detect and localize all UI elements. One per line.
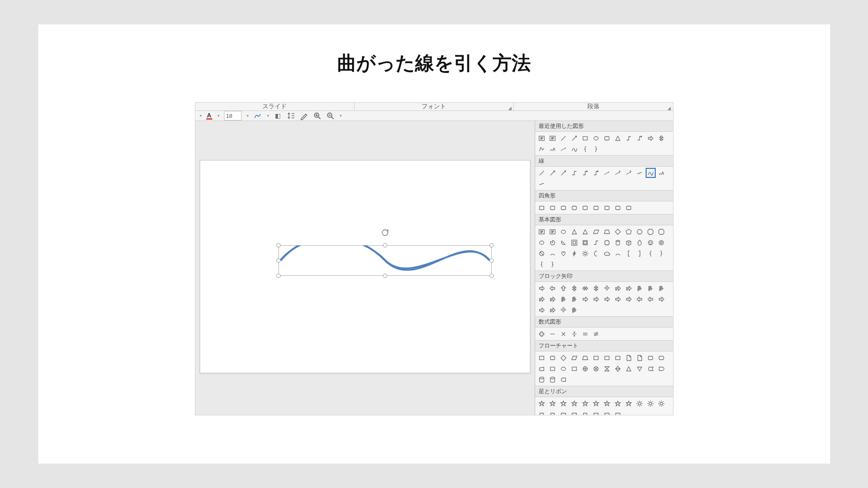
shape-extract-icon[interactable] <box>624 364 634 374</box>
shape-rbracket-icon[interactable] <box>635 248 645 258</box>
shape-rarrow-icon[interactable] <box>646 133 656 143</box>
shape-ribbon-icon[interactable] <box>548 409 558 415</box>
shape-rarrow-icon[interactable] <box>657 294 667 304</box>
resize-handle-nw[interactable] <box>276 243 281 247</box>
shape-bentarrow-icon[interactable] <box>537 294 547 304</box>
resize-handle-e[interactable] <box>489 258 494 263</box>
shape-delay-icon[interactable] <box>657 364 667 374</box>
shape-scribble-icon[interactable] <box>537 179 547 189</box>
shape-rarrow-icon[interactable] <box>624 294 634 304</box>
shape-larrow-icon[interactable] <box>646 294 656 304</box>
shape-line-icon[interactable] <box>537 168 547 178</box>
shape-elbow-icon[interactable] <box>570 168 580 178</box>
shape-connector-icon[interactable] <box>559 144 569 154</box>
arrange-icon[interactable]: ◧ <box>274 111 282 120</box>
shape-elbow-icon[interactable] <box>624 133 634 143</box>
shape-star-icon[interactable] <box>570 398 580 408</box>
shape-arrow-icon[interactable] <box>570 133 580 143</box>
shape-uturn-icon[interactable] <box>646 283 656 293</box>
shape-elbow-icon[interactable] <box>591 237 601 247</box>
shape-donut-icon[interactable] <box>657 237 667 247</box>
shape-elbowarr-icon[interactable] <box>580 168 590 178</box>
shape-bentarrow-icon[interactable] <box>548 294 558 304</box>
shape-rect-icon[interactable] <box>548 364 558 374</box>
dialog-launcher-icon[interactable]: ◢ <box>667 106 671 110</box>
shape-heart-icon[interactable] <box>559 248 569 258</box>
shape-equals-icon[interactable] <box>580 329 590 339</box>
shape-lbrace-icon[interactable] <box>580 144 590 154</box>
shape-oval-icon[interactable] <box>537 237 547 247</box>
shape-connector-icon[interactable] <box>602 168 612 178</box>
shape-triangle-icon[interactable] <box>570 227 580 237</box>
shape-roundrect-icon[interactable] <box>559 203 569 213</box>
shape-merge-icon[interactable] <box>635 364 645 374</box>
shape-or-icon[interactable] <box>580 364 590 374</box>
shape-star-icon[interactable] <box>559 398 569 408</box>
shape-banner-icon[interactable] <box>591 409 601 415</box>
shape-db-icon[interactable] <box>537 374 547 384</box>
shape-moon-icon[interactable] <box>591 248 601 258</box>
shape-noteq-icon[interactable] <box>591 329 601 339</box>
resize-handle-s[interactable] <box>383 274 387 278</box>
shape-roundrect-icon[interactable] <box>548 353 558 363</box>
shape-lrarrow-icon[interactable] <box>580 283 590 293</box>
dialog-launcher-icon[interactable]: ◢ <box>508 106 512 110</box>
resize-handle-sw[interactable] <box>276 274 281 278</box>
shape-trap-icon[interactable] <box>580 353 590 363</box>
shape-textbox-icon[interactable] <box>548 133 558 143</box>
shape-display-icon[interactable] <box>559 374 569 384</box>
shape-line-icon[interactable] <box>559 133 569 143</box>
shape-bentarrow-icon[interactable] <box>548 305 558 315</box>
shape-rarrow-icon[interactable] <box>613 294 623 304</box>
shape-lbracket-icon[interactable] <box>624 248 634 258</box>
shape-rect-icon[interactable] <box>602 353 612 363</box>
shape-tear-icon[interactable] <box>635 237 645 247</box>
shape-quadarrow-icon[interactable] <box>602 283 612 293</box>
shape-oval-icon[interactable] <box>559 227 569 237</box>
shape-arrow-icon[interactable] <box>559 168 569 178</box>
shape-banner-icon[interactable] <box>570 409 580 415</box>
resize-handle-n[interactable] <box>383 243 387 247</box>
line-spacing-icon[interactable] <box>287 111 295 120</box>
shape-sumjunc-icon[interactable] <box>591 364 601 374</box>
shape-oval-icon[interactable] <box>559 364 569 374</box>
shape-cloud-icon[interactable] <box>602 248 612 258</box>
slide-canvas[interactable] <box>200 160 530 373</box>
shape-para-icon[interactable] <box>570 353 580 363</box>
dropdown-caret-icon[interactable]: ▾ <box>247 114 249 118</box>
shape-plaque-icon[interactable] <box>602 237 612 247</box>
shape-star-icon[interactable] <box>624 398 634 408</box>
shape-storedata-icon[interactable] <box>646 364 656 374</box>
shape-diamond-icon[interactable] <box>559 353 569 363</box>
shape-roundrect-icon[interactable] <box>548 203 558 213</box>
edit-icon[interactable] <box>300 111 308 120</box>
shape-frame-icon[interactable] <box>570 237 580 247</box>
shape-scribble-icon[interactable] <box>635 168 645 178</box>
shape-rarrow-icon[interactable] <box>537 305 547 315</box>
shape-cross-icon[interactable] <box>559 329 569 339</box>
shape-freeform-icon[interactable] <box>657 168 667 178</box>
shape-roundrect-icon[interactable] <box>580 203 590 213</box>
zoom-out-icon[interactable] <box>326 111 335 120</box>
shape-cube-icon[interactable] <box>624 237 634 247</box>
shape-udarrow-icon[interactable] <box>591 283 601 293</box>
shape-pie-icon[interactable] <box>548 237 558 247</box>
resize-handle-ne[interactable] <box>489 243 494 247</box>
shape-oval-icon[interactable] <box>591 133 601 143</box>
shape-arc-icon[interactable] <box>613 248 623 258</box>
shape-curve-icon[interactable] <box>570 144 580 154</box>
shape-lbrace-icon[interactable] <box>537 259 547 269</box>
shape-oct-icon[interactable] <box>646 227 656 237</box>
shape-uturn-icon[interactable] <box>635 283 645 293</box>
shape-lbrace-icon[interactable] <box>646 248 656 258</box>
shape-elbowarr-icon[interactable] <box>635 133 645 143</box>
shape-star-icon[interactable] <box>548 398 558 408</box>
shape-rect-icon[interactable] <box>591 353 601 363</box>
shape-textbox-icon[interactable] <box>548 227 558 237</box>
shape-collate-icon[interactable] <box>602 364 612 374</box>
shape-roundrect-icon[interactable] <box>602 203 612 213</box>
dropdown-caret-icon[interactable]: ▾ <box>218 114 220 118</box>
shape-chord-icon[interactable] <box>559 237 569 247</box>
shape-connectorarr-icon[interactable] <box>624 168 634 178</box>
shape-manualinput-icon[interactable] <box>537 364 547 374</box>
